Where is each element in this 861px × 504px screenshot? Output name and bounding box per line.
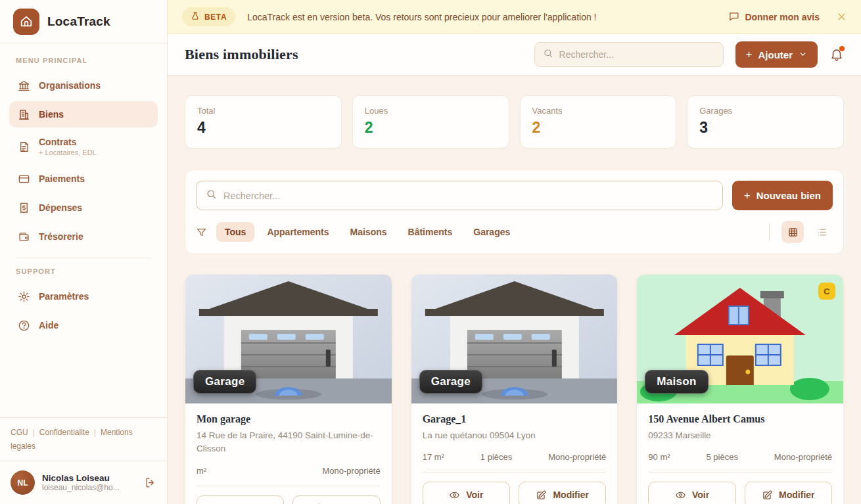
support-section-label: SUPPORT [16,267,151,275]
sidebar-item-biens[interactable]: Biens [9,101,158,127]
filter-tab-appartements[interactable]: Appartements [258,222,337,242]
filter-tab-maisons[interactable]: Maisons [342,222,396,242]
building-icon [17,108,30,121]
bank-icon [17,79,30,92]
edit-icon [762,490,773,501]
property-ownership: Mono-propriété [774,452,832,462]
cgu-link[interactable]: CGU [11,428,28,437]
stat-card-garages: Garages 3 [687,95,844,149]
user-box[interactable]: NL Nicolas Loiseau loiseau_nicolas@ho... [0,461,167,504]
edit-icon [536,490,547,501]
stat-value: 3 [699,119,831,137]
view-button[interactable]: Voir [197,495,284,504]
page-title: Biens immobiliers [185,46,298,63]
property-illustration-garage: Garage [185,275,392,403]
notification-dot [839,46,845,51]
sidebar-item-label: Aide [39,320,58,331]
type-badge: Garage [193,370,256,394]
property-surface: 90 m² [648,452,670,462]
privacy-link[interactable]: Confidentialite [39,428,89,437]
beta-badge: BETA [182,7,235,26]
edit-button[interactable]: Modifier [292,495,380,504]
new-property-button[interactable]: + Nouveau bien [732,181,833,210]
sidebar-item-label: Paiements [39,173,85,184]
sidebar-item-tresorerie[interactable]: Trésorerie [9,223,158,250]
property-address: La rue quétanou 09504 Lyon [423,429,607,442]
property-specs: m² Mono-propriété [197,466,381,476]
stat-value: 2 [365,119,497,137]
property-title: Garage_1 [423,413,607,425]
sidebar: LocaTrack MENU PRINCIPAL Organisations B… [0,0,168,504]
stat-card-total: Total 4 [185,95,342,149]
plus-icon: + [746,48,753,61]
property-address: 09233 Marseille [648,429,832,442]
property-illustration-house: Maison C [637,275,843,403]
properties-search-input[interactable] [223,191,713,201]
sidebar-item-paiements[interactable]: Paiements [9,166,158,192]
property-title: 150 Avenue Albert Camus [648,413,832,425]
legal-links: CGU|Confidentialite|Mentions legales [0,417,167,461]
add-button[interactable]: + Ajouter [735,41,818,68]
feedback-link[interactable]: Donner mon avis [728,11,820,24]
edit-button[interactable]: Modifier [745,482,832,504]
property-address: 14 Rue de la Praire, 44190 Saint-Lumine-… [197,429,381,456]
gear-icon [17,290,30,303]
stat-card-loues: Loues 2 [352,95,509,149]
sidebar-item-label: Organisations [39,80,101,91]
sidebar-item-label: Paramètres [39,291,89,302]
filter-funnel-icon [196,227,207,238]
type-badge: Garage [419,370,482,394]
sidebar-item-parametres[interactable]: Paramètres [9,283,158,309]
eye-icon [449,490,460,501]
property-specs: 90 m² 5 pièces Mono-propriété [648,452,832,462]
search-icon [206,189,217,202]
type-badge: Maison [645,370,708,394]
logout-icon[interactable] [144,476,156,489]
sidebar-item-label: Contrats [39,137,97,147]
content: Total 4 Loues 2 Vacants 2 Garages 3 [168,76,861,504]
header-search[interactable] [534,42,724,67]
property-rooms: 5 pièces [706,452,737,462]
sidebar-item-contrats[interactable]: Contrats + Locataires, EDL [9,130,158,163]
stat-card-vacants: Vacants 2 [520,95,677,149]
view-button[interactable]: Voir [648,482,735,504]
sidebar-item-label: Biens [39,109,64,120]
user-email: loiseau_nicolas@ho... [42,483,137,492]
notifications-bell[interactable] [829,47,844,62]
wallet-icon [17,230,30,243]
stat-value: 4 [197,119,329,137]
flask-icon [191,11,200,22]
filter-tab-batiments[interactable]: Bâtiments [400,222,461,242]
close-icon[interactable] [837,12,847,22]
brand: LocaTrack [0,0,167,43]
sidebar-item-aide[interactable]: Aide [9,312,158,338]
energy-class-badge: C [818,283,835,300]
properties-grid: Garage Mon garage 14 Rue de la Praire, 4… [185,274,844,504]
view-button[interactable]: Voir [423,482,510,504]
filter-tab-tous[interactable]: Tous [216,222,254,242]
banner-message: LocaTrack est en version beta. Vos retou… [247,12,596,22]
main-nav: MENU PRINCIPAL Organisations Biens Contr [0,43,167,341]
credit-card-icon [17,172,30,185]
menu-section-label: MENU PRINCIPAL [16,57,151,64]
edit-button[interactable]: Modifier [519,482,606,504]
filter-tab-garages[interactable]: Garages [465,222,519,242]
properties-search[interactable] [196,181,723,210]
search-input[interactable] [559,49,715,60]
home-logo-icon [13,9,39,35]
property-specs: 17 m² 1 pièces Mono-propriété [423,452,607,462]
property-card: Maison C 150 Avenue Albert Camus 09233 M… [636,274,844,504]
help-icon [17,319,30,332]
speech-bubble-icon [728,11,739,24]
search-icon [543,48,553,61]
list-view-button[interactable] [810,221,833,243]
property-illustration-garage: Garage [411,275,618,403]
sidebar-item-depenses[interactable]: Dépenses [9,195,158,221]
beta-banner: BETA LocaTrack est en version beta. Vos … [168,0,861,34]
plus-icon: + [744,189,751,202]
grid-view-button[interactable] [781,221,804,243]
sidebar-item-organisations[interactable]: Organisations [9,72,158,99]
app-window: LocaTrack MENU PRINCIPAL Organisations B… [0,0,861,504]
property-title: Mon garage [197,413,381,425]
property-card: Garage Garage_1 La rue quétanou 09504 Ly… [411,274,618,504]
